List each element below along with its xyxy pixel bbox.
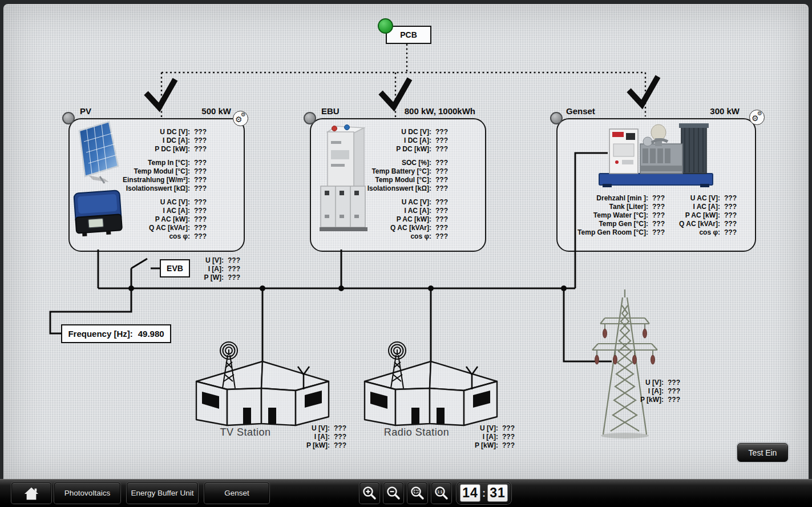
zoom-fit-button[interactable] <box>407 482 427 504</box>
param-row: Temp Battery [°C]:??? <box>298 167 458 175</box>
scada-app: PCB PV 500 kW ⚙ ⚙ U DC [V]:???I DC [A]:?… <box>0 0 812 507</box>
test-ein-label: Test Ein <box>749 448 777 457</box>
radio-station-params: U [V]:???I [A]:???P [kW]:??? <box>437 424 525 449</box>
param-value: ??? <box>724 228 747 236</box>
param-row: cos φ:??? <box>616 228 747 236</box>
param-value: ??? <box>334 433 357 441</box>
param-label: Temp Modul [°C]: <box>57 167 190 175</box>
param-row: U [V]:??? <box>268 424 357 432</box>
zoom-one-to-one-icon: 1:1 <box>434 485 449 501</box>
param-row: U [V]:??? <box>602 378 690 387</box>
ebu-dc-params: U DC [V]:???I DC [A]:???P DC [kW]:??? <box>321 127 458 153</box>
param-label: I AC [A]: <box>616 203 720 211</box>
clock-colon: : <box>482 488 486 498</box>
param-label: I [A]: <box>268 433 330 441</box>
param-label: P DC [kW]: <box>80 145 190 153</box>
param-value: ??? <box>668 379 690 387</box>
param-value: ??? <box>502 433 525 441</box>
param-value: ??? <box>228 273 251 281</box>
grid-params: U [V]:???I [A]:???P [kW]:??? <box>602 378 690 404</box>
param-label: U [V]: <box>437 424 498 432</box>
param-value: ??? <box>435 128 458 136</box>
param-value: ??? <box>724 194 747 202</box>
param-label: P [kW]: <box>437 441 498 449</box>
param-value: ??? <box>435 207 458 215</box>
param-row: U AC [V]:??? <box>80 198 217 206</box>
zoom-in-icon <box>362 485 377 501</box>
frequency-value: 49.980 <box>138 329 164 339</box>
genset-title: Genset <box>566 106 595 116</box>
param-label: cos φ: <box>321 232 431 240</box>
param-row: Isolationswert [kΩ]:??? <box>57 184 217 192</box>
param-label: I [A]: <box>602 387 664 395</box>
param-row: U AC [V]:??? <box>321 198 458 206</box>
param-row: U [V]:??? <box>171 256 251 264</box>
genset-settings-gear-icon[interactable]: ⚙ ⚙ <box>749 110 765 125</box>
param-label: P [W]: <box>171 273 224 281</box>
param-label: P AC [kW]: <box>616 211 720 219</box>
pv-settings-gear-icon[interactable]: ⚙ ⚙ <box>233 111 248 126</box>
nav-photovoltaics-button[interactable]: Photovoltaics <box>54 482 120 504</box>
ebu-battery-params: SOC [%]:???Temp Battery [°C]:???Temp Mod… <box>298 158 458 192</box>
nav-energy-buffer-unit-button[interactable]: Energy Buffer Unit <box>127 482 198 504</box>
param-label: U DC [V]: <box>321 128 431 136</box>
param-label: I AC [A]: <box>321 207 431 215</box>
param-row: Temp Modul [°C]:??? <box>298 175 458 184</box>
zoom-fit-icon <box>410 485 425 501</box>
evb-params: U [V]:???I [A]:???P [W]:??? <box>171 256 251 281</box>
param-label: P [kW]: <box>268 441 330 449</box>
param-value: ??? <box>724 220 747 228</box>
pv-title: PV <box>80 106 91 116</box>
radio-station-graphic <box>362 337 502 431</box>
param-row: Temp Modul [°C]:??? <box>57 167 217 175</box>
param-label: I [A]: <box>171 265 224 273</box>
param-label: cos φ: <box>80 232 190 240</box>
param-label: Q AC [kVAr]: <box>616 220 720 228</box>
param-row: I [A]:??? <box>171 264 251 273</box>
nav-genset-button[interactable]: Genset <box>204 482 269 504</box>
param-value: ??? <box>194 184 217 192</box>
test-ein-button[interactable]: Test Ein <box>737 443 788 462</box>
pv-rating: 500 kW <box>171 106 231 116</box>
param-label: U [V]: <box>171 256 224 264</box>
gear-icon: ⚙ <box>241 112 246 118</box>
param-row: Q AC [kVAr]:??? <box>321 223 458 232</box>
zoom-out-button[interactable] <box>383 482 403 504</box>
param-row: P [W]:??? <box>171 273 251 281</box>
param-row: U DC [V]:??? <box>80 127 217 136</box>
param-row: cos φ:??? <box>80 232 217 240</box>
zoom-in-button[interactable] <box>359 482 379 504</box>
clock-minutes: 31 <box>487 484 508 502</box>
param-row: I [A]:??? <box>602 387 690 395</box>
param-row: U [V]:??? <box>437 424 525 432</box>
param-value: ??? <box>228 256 251 264</box>
nav-genset-label: Genset <box>224 489 249 497</box>
param-row: I DC [A]:??? <box>80 136 217 144</box>
param-row: I AC [A]:??? <box>80 206 217 215</box>
param-row: Q AC [kVAr]:??? <box>80 223 217 232</box>
nav-energy-buffer-unit-label: Energy Buffer Unit <box>131 489 193 497</box>
param-label: Temp Battery [°C]: <box>298 167 431 175</box>
param-label: Temp In [°C]: <box>57 159 190 167</box>
param-row: cos φ:??? <box>321 232 458 240</box>
pv-dc-params: U DC [V]:???I DC [A]:???P DC [kW]:??? <box>80 127 217 153</box>
param-row: Isolationswert [kΩ]:??? <box>298 184 458 192</box>
param-row: P [kW]:??? <box>268 441 357 449</box>
param-value: ??? <box>194 136 217 144</box>
zoom-one-to-one-button[interactable]: 1:1 <box>431 482 451 504</box>
param-value: ??? <box>724 203 747 211</box>
param-row: Temp In [°C]:??? <box>57 158 217 167</box>
param-label: Einstrahlung [W/m²]: <box>57 176 190 184</box>
gear-icon: ⚙ <box>757 111 762 116</box>
param-value: ??? <box>194 176 217 184</box>
pcb-label: PCB <box>400 30 417 39</box>
param-row: P AC [kW]:??? <box>321 215 458 223</box>
param-label: I AC [A]: <box>80 207 190 215</box>
frequency-box: Frequency [Hz]: 49.980 <box>61 324 171 343</box>
param-label: I DC [A]: <box>80 136 190 144</box>
param-value: ??? <box>668 387 690 395</box>
home-button[interactable] <box>11 482 51 504</box>
param-value: ??? <box>435 184 458 192</box>
nav-photovoltaics-label: Photovoltaics <box>64 489 110 497</box>
param-value: ??? <box>334 424 357 432</box>
